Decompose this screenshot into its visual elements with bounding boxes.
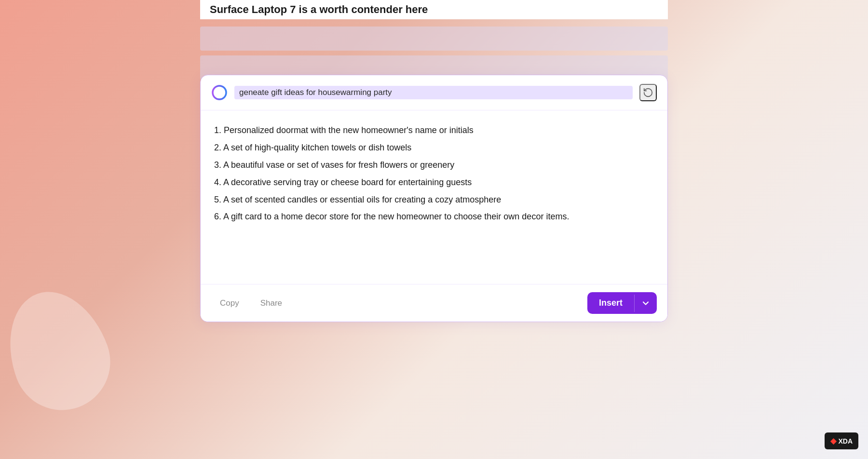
query-text: geneate gift ideas for housewarming part… xyxy=(234,86,633,99)
chevron-down-icon xyxy=(641,299,650,308)
share-button[interactable]: Share xyxy=(252,294,291,313)
article-title-bar: Surface Laptop 7 is a worth contender he… xyxy=(200,0,668,19)
list-item: 6. A gift card to a home decor store for… xyxy=(214,208,654,226)
placeholder-bar-1 xyxy=(200,27,668,51)
list-item: 5. A set of scented candles or essential… xyxy=(214,191,654,209)
response-list: 1. Personalized doormat with the new hom… xyxy=(214,122,654,226)
list-item: 2. A set of high-quality kitchen towels … xyxy=(214,139,654,157)
list-item: 1. Personalized doormat with the new hom… xyxy=(214,122,654,139)
insert-button-group: Insert xyxy=(587,292,657,314)
footer-left-actions: Copy Share xyxy=(211,294,587,313)
xda-branding: ◆ XDA xyxy=(825,432,858,449)
background-blob xyxy=(0,277,124,423)
insert-chevron-button[interactable] xyxy=(635,293,657,313)
response-content: 1. Personalized doormat with the new hom… xyxy=(201,110,667,284)
xda-logo-icon: ◆ xyxy=(830,436,836,446)
query-header: geneate gift ideas for housewarming part… xyxy=(201,75,667,110)
insert-button[interactable]: Insert xyxy=(587,292,634,314)
list-item: 4. A decorative serving tray or cheese b… xyxy=(214,174,654,191)
card-footer: Copy Share Insert xyxy=(201,284,667,322)
refresh-button[interactable] xyxy=(639,84,657,101)
list-item: 3. A beautiful vase or set of vases for … xyxy=(214,157,654,174)
copy-button[interactable]: Copy xyxy=(211,294,248,313)
xda-label: XDA xyxy=(838,437,853,445)
article-title: Surface Laptop 7 is a worth contender he… xyxy=(210,3,428,16)
copilot-icon xyxy=(211,84,228,101)
svg-point-0 xyxy=(213,86,226,99)
ai-response-card: geneate gift ideas for housewarming part… xyxy=(200,75,668,322)
main-content: Surface Laptop 7 is a worth contender he… xyxy=(200,0,668,459)
